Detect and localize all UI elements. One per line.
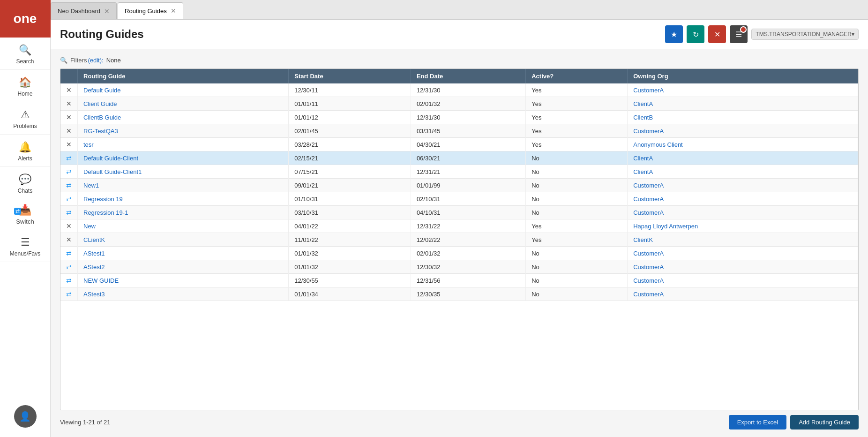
sidebar-item-search[interactable]: 🔍 Search xyxy=(0,38,50,70)
col-start-date[interactable]: Start Date xyxy=(289,69,411,83)
row-org-cell[interactable]: CustomerA xyxy=(628,260,858,274)
row-org-cell[interactable]: ClientB xyxy=(628,111,858,124)
routing-guides-table-container[interactable]: Routing Guide Start Date End Date Active… xyxy=(60,68,859,410)
table-row[interactable]: ✕ ClientB Guide 01/01/12 12/31/30 Yes Cl… xyxy=(60,111,858,124)
routing-guide-link[interactable]: CLientK xyxy=(83,236,105,243)
owning-org-link[interactable]: CustomerA xyxy=(633,264,664,271)
owning-org-link[interactable]: ClientA xyxy=(633,168,653,175)
routing-guide-link[interactable]: NEW GUIDE xyxy=(83,277,119,284)
app-logo[interactable]: one xyxy=(0,0,51,38)
move-row-icon[interactable]: ⇄ xyxy=(66,277,72,284)
row-action-cell[interactable]: ⇄ xyxy=(60,179,78,192)
tab-close-neo-dashboard[interactable]: ✕ xyxy=(104,8,110,15)
row-name-cell[interactable]: Client Guide xyxy=(78,97,289,111)
add-routing-guide-button[interactable]: Add Routing Guide xyxy=(790,415,859,429)
routing-guide-link[interactable]: RG-TestQA3 xyxy=(83,128,118,135)
routing-guide-link[interactable]: Client Guide xyxy=(83,100,117,107)
delete-row-icon[interactable]: ✕ xyxy=(66,222,72,230)
owning-org-link[interactable]: CustomerA xyxy=(633,128,664,135)
row-name-cell[interactable]: Regression 19 xyxy=(78,192,289,206)
col-routing-guide[interactable]: Routing Guide xyxy=(78,69,289,83)
table-row[interactable]: ⇄ Regression 19 01/10/31 02/10/31 No Cus… xyxy=(60,192,858,206)
owning-org-link[interactable]: ClientK xyxy=(633,236,653,243)
table-row[interactable]: ⇄ Default Guide-Client 02/15/21 06/30/21… xyxy=(60,151,858,165)
row-name-cell[interactable]: CLientK xyxy=(78,233,289,247)
sidebar-item-problems[interactable]: ⚠ Problems xyxy=(0,102,50,135)
move-row-icon[interactable]: ⇄ xyxy=(66,195,72,203)
table-row[interactable]: ⇄ AStest3 01/01/34 12/30/35 No CustomerA xyxy=(60,287,858,301)
row-org-cell[interactable]: ClientK xyxy=(628,233,858,247)
table-row[interactable]: ✕ Client Guide 01/01/11 02/01/32 Yes Cli… xyxy=(60,97,858,111)
export-to-excel-button[interactable]: Export to Excel xyxy=(729,415,786,429)
routing-guide-link[interactable]: Regression 19-1 xyxy=(83,209,128,216)
col-end-date[interactable]: End Date xyxy=(411,69,525,83)
table-row[interactable]: ⇄ AStest2 01/01/32 12/30/32 No CustomerA xyxy=(60,260,858,274)
owning-org-link[interactable]: CustomerA xyxy=(633,250,664,257)
owning-org-link[interactable]: CustomerA xyxy=(633,277,664,284)
routing-guide-link[interactable]: Default Guide xyxy=(83,87,121,94)
delete-row-icon[interactable]: ✕ xyxy=(66,127,72,135)
row-action-cell[interactable]: ⇄ xyxy=(60,247,78,260)
owning-org-link[interactable]: CustomerA xyxy=(633,196,664,203)
table-row[interactable]: ✕ Default Guide 12/30/11 12/31/30 Yes Cu… xyxy=(60,83,858,97)
col-active[interactable]: Active? xyxy=(526,69,628,83)
table-row[interactable]: ⇄ Regression 19-1 03/10/31 04/10/31 No C… xyxy=(60,206,858,219)
move-row-icon[interactable]: ⇄ xyxy=(66,154,72,162)
routing-guide-link[interactable]: New1 xyxy=(83,182,99,189)
row-name-cell[interactable]: tesr xyxy=(78,138,289,151)
row-org-cell[interactable]: CustomerA xyxy=(628,124,858,138)
row-action-cell[interactable]: ✕ xyxy=(60,219,78,233)
sidebar-item-home[interactable]: 🏠 Home xyxy=(0,70,50,102)
refresh-button[interactable]: ↻ xyxy=(687,25,704,43)
row-name-cell[interactable]: RG-TestQA3 xyxy=(78,124,289,138)
owning-org-link[interactable]: CustomerA xyxy=(633,291,664,298)
row-name-cell[interactable]: AStest2 xyxy=(78,260,289,274)
owning-org-link[interactable]: CustomerA xyxy=(633,182,664,189)
sidebar-item-menus[interactable]: ☰ Menus/Favs xyxy=(0,230,50,262)
routing-guide-link[interactable]: AStest3 xyxy=(83,291,105,298)
owning-org-link[interactable]: CustomerA xyxy=(633,87,664,94)
owning-org-link[interactable]: Anonymous Client xyxy=(633,141,683,148)
row-name-cell[interactable]: Default Guide-Client xyxy=(78,151,289,165)
move-row-icon[interactable]: ⇄ xyxy=(66,263,72,271)
table-row[interactable]: ✕ CLientK 11/01/22 12/02/22 Yes ClientK xyxy=(60,233,858,247)
row-name-cell[interactable]: Default Guide xyxy=(78,83,289,97)
row-org-cell[interactable]: ClientA xyxy=(628,165,858,179)
filters-edit-link[interactable]: (edit): xyxy=(88,57,103,64)
row-action-cell[interactable]: ⇄ xyxy=(60,151,78,165)
routing-guide-link[interactable]: Default Guide-Client1 xyxy=(83,168,142,175)
row-action-cell[interactable]: ⇄ xyxy=(60,165,78,179)
delete-row-icon[interactable]: ✕ xyxy=(66,100,72,107)
owning-org-link[interactable]: CustomerA xyxy=(633,209,664,216)
move-row-icon[interactable]: ⇄ xyxy=(66,249,72,257)
row-org-cell[interactable]: Hapag Lloyd Antwerpen xyxy=(628,219,858,233)
row-action-cell[interactable]: ✕ xyxy=(60,138,78,151)
tab-close-routing-guides[interactable]: ✕ xyxy=(171,7,176,15)
row-name-cell[interactable]: Regression 19-1 xyxy=(78,206,289,219)
row-org-cell[interactable]: CustomerA xyxy=(628,287,858,301)
row-action-cell[interactable]: ✕ xyxy=(60,233,78,247)
sidebar-item-switch[interactable]: 📥 ⇄ Switch xyxy=(0,199,50,230)
row-org-cell[interactable]: CustomerA xyxy=(628,247,858,260)
move-row-icon[interactable]: ⇄ xyxy=(66,168,72,175)
table-row[interactable]: ✕ RG-TestQA3 02/01/45 03/31/45 Yes Custo… xyxy=(60,124,858,138)
row-action-cell[interactable]: ⇄ xyxy=(60,274,78,287)
row-action-cell[interactable]: ⇄ xyxy=(60,192,78,206)
owning-org-link[interactable]: ClientB xyxy=(633,114,653,121)
table-row[interactable]: ✕ tesr 03/28/21 04/30/21 Yes Anonymous C… xyxy=(60,138,858,151)
row-org-cell[interactable]: CustomerA xyxy=(628,83,858,97)
delete-row-icon[interactable]: ✕ xyxy=(66,113,72,121)
row-action-cell[interactable]: ✕ xyxy=(60,111,78,124)
routing-guide-link[interactable]: tesr xyxy=(83,141,94,148)
row-org-cell[interactable]: CustomerA xyxy=(628,274,858,287)
routing-guide-link[interactable]: Default Guide-Client xyxy=(83,155,138,162)
row-org-cell[interactable]: ClientA xyxy=(628,97,858,111)
routing-guide-link[interactable]: ClientB Guide xyxy=(83,114,121,121)
tab-routing-guides[interactable]: Routing Guides ✕ xyxy=(118,2,183,19)
close-button[interactable]: ✕ xyxy=(708,25,726,43)
owning-org-link[interactable]: ClientA xyxy=(633,100,653,107)
row-org-cell[interactable]: CustomerA xyxy=(628,179,858,192)
row-name-cell[interactable]: New1 xyxy=(78,179,289,192)
routing-guide-link[interactable]: AStest1 xyxy=(83,250,105,257)
row-name-cell[interactable]: AStest3 xyxy=(78,287,289,301)
